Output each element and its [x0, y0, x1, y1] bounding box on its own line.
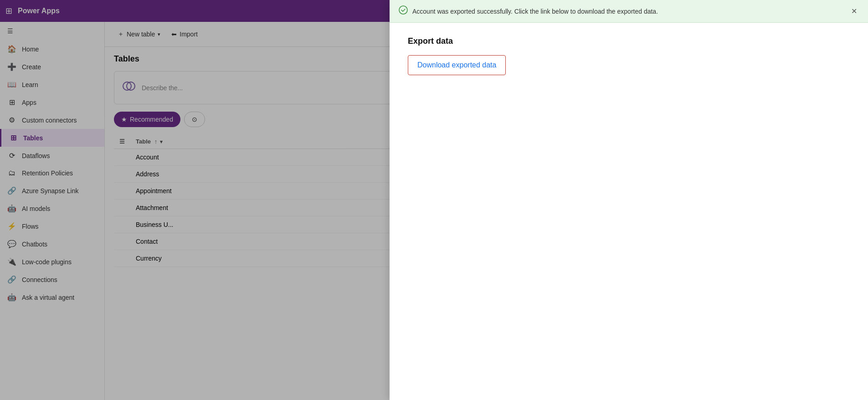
download-link-box[interactable]: Download exported data	[408, 55, 506, 75]
export-section: Export data Download exported data	[390, 23, 868, 89]
export-title: Export data	[408, 36, 850, 46]
banner-close-button[interactable]: ✕	[849, 7, 859, 15]
success-banner: Account was exported successfully. Click…	[390, 0, 868, 23]
download-exported-data-button[interactable]: Download exported data	[417, 61, 496, 69]
export-modal: ✕ Account was exported successfully. Cli…	[390, 0, 868, 400]
success-message: Account was exported successfully. Click…	[412, 8, 845, 15]
success-check-icon	[399, 5, 408, 17]
svg-point-2	[399, 6, 407, 14]
